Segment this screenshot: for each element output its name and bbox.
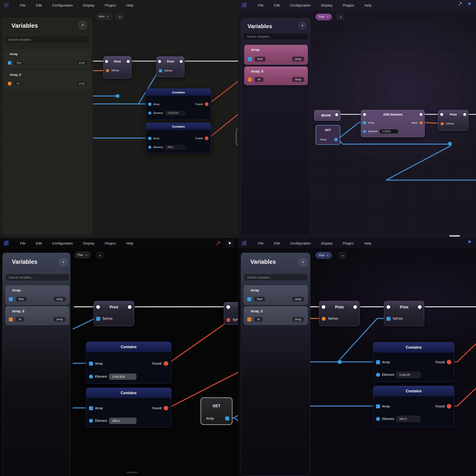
element-value-field[interactable]: 390.0 (396, 416, 421, 422)
menu-item-edit[interactable]: Edit (274, 3, 280, 7)
tab-num[interactable]: Num × (96, 13, 112, 20)
play-button[interactable] (467, 239, 472, 244)
menu-item-help[interactable]: Help (126, 241, 133, 245)
menu-item-file[interactable]: File (20, 3, 26, 7)
element-value-field[interactable]: 339.0 (109, 418, 136, 424)
wire-junction-square[interactable] (448, 142, 452, 145)
element-pin[interactable] (376, 373, 380, 377)
menu-item-edit[interactable]: Edit (36, 3, 42, 7)
menu-item-display[interactable]: Display (83, 3, 94, 7)
variable-card-array[interactable]: Array finst array (244, 45, 308, 65)
variable-card-array-0[interactable]: Array_0 int array (4, 70, 91, 88)
menu-item-help[interactable]: Help (364, 241, 371, 245)
menu-item-help[interactable]: Help (364, 3, 372, 7)
element-pin[interactable] (89, 375, 93, 379)
array-pin[interactable] (376, 404, 380, 408)
add-tab-button[interactable]: + (337, 14, 344, 20)
element-pin[interactable] (89, 419, 93, 423)
add-variable-button[interactable]: + (59, 258, 68, 266)
element-value-field[interactable]: 259.0 (165, 145, 186, 150)
element-value-field[interactable]: 3.44129 (396, 372, 421, 378)
node-print-partial[interactable]: ToPrint (224, 302, 238, 325)
menu-item-file[interactable]: File (258, 3, 264, 7)
menu-item-file[interactable]: File (258, 241, 264, 245)
array-pin[interactable] (148, 103, 151, 106)
exec-out-pin[interactable] (180, 60, 183, 63)
node-contains-2[interactable]: Contains Array Found Element 259.0 (146, 123, 211, 153)
search-variables-input[interactable] (244, 274, 308, 281)
close-icon[interactable]: × (107, 15, 109, 18)
array-pin[interactable] (89, 362, 93, 366)
found-pin[interactable] (447, 404, 451, 408)
add-tab-button[interactable]: + (116, 13, 124, 20)
array-pin[interactable] (363, 121, 366, 124)
variable-card-array-il[interactable]: Array_il ini array (244, 306, 308, 325)
tab-plan[interactable]: Plan × (316, 252, 332, 259)
node-print[interactable]: Print ToPrint (94, 301, 134, 326)
hammer-icon[interactable] (458, 1, 463, 6)
array-out-pin[interactable] (225, 416, 229, 421)
found-pin[interactable] (205, 102, 208, 106)
search-variables-input[interactable] (5, 36, 89, 43)
variable-card-array-0[interactable]: Array_0 int array (244, 67, 308, 85)
node-print-2[interactable]: Print ToPrint (156, 56, 184, 77)
menu-item-plugics[interactable]: Plugics (105, 241, 116, 245)
variable-card-array[interactable]: Array flest array (4, 50, 91, 68)
add-variable-button[interactable]: + (298, 22, 306, 30)
toprint-pin[interactable] (159, 69, 162, 72)
variable-card-array[interactable]: Array fleat array (5, 285, 69, 305)
add-variable-button[interactable]: + (78, 21, 87, 30)
menu-item-display[interactable]: Display (321, 3, 332, 7)
element-pin[interactable] (376, 417, 380, 421)
element-pin[interactable] (148, 146, 151, 149)
element-value-field[interactable]: 2.5237223 (165, 111, 186, 115)
tab-plan[interactable]: Plan × (316, 14, 332, 20)
wire-junction-square[interactable] (338, 360, 341, 364)
node-get[interactable]: GET Array (201, 397, 232, 425)
search-variables-input[interactable] (244, 33, 308, 40)
exec-out-pin[interactable] (353, 305, 357, 309)
menu-item-configuration[interactable]: Configuration (52, 241, 73, 245)
exec-out-pin[interactable] (128, 305, 132, 309)
node-begin[interactable]: BEGIN (314, 110, 340, 121)
node-contains-1[interactable]: Contains Array Found Element 3.44129 (373, 342, 454, 382)
node-contains-1[interactable]: Contains Array Found Element 2.5237223 (146, 88, 211, 120)
toprint-pin[interactable] (441, 122, 444, 125)
menu-item-configuration[interactable]: Configuration (290, 241, 311, 245)
horizontal-scrollbar[interactable] (127, 472, 137, 473)
array-pin[interactable] (148, 137, 151, 140)
add-variable-button[interactable]: + (299, 258, 307, 266)
menu-item-plugiox[interactable]: Plugiox (343, 3, 354, 7)
found-pin[interactable] (164, 361, 168, 366)
node-print-2[interactable]: Print ToPrint (384, 301, 424, 326)
add-tab-button[interactable]: + (339, 252, 346, 259)
menu-item-help[interactable]: Help (126, 3, 133, 7)
node-print[interactable]: Print ToPrint (438, 110, 468, 131)
close-icon[interactable]: × (327, 15, 329, 19)
found-pin[interactable] (164, 406, 168, 410)
menu-item-display[interactable]: Display (83, 241, 94, 245)
node-add-element[interactable]: ADD Element Array Value Element 3.23023 (361, 110, 425, 137)
hammer-icon[interactable] (216, 240, 221, 246)
menu-item-configuration[interactable]: Configuration (290, 3, 311, 7)
exec-out-pin[interactable] (127, 60, 130, 63)
toprint-pin[interactable] (387, 317, 391, 321)
exec-out-pin[interactable] (420, 113, 423, 116)
menu-item-edit[interactable]: Edit (274, 241, 280, 245)
partial-offscreen-node[interactable] (236, 129, 238, 145)
exec-out-pin[interactable] (335, 113, 338, 116)
node-contains-1[interactable]: Contains Array Found Element 3.441429 (86, 342, 171, 384)
node-contains-2[interactable]: Contains Array Found Element 390.0 (373, 386, 454, 427)
menu-item-plugics[interactable]: Plugics (105, 3, 116, 7)
menu-item-file[interactable]: File (20, 241, 26, 245)
found-pin[interactable] (447, 360, 451, 364)
element-pin[interactable] (148, 112, 151, 115)
menu-item-configuration[interactable]: Configuration (52, 3, 73, 7)
menu-item-edit[interactable]: Edit (36, 241, 42, 245)
node-contains-2[interactable]: Contains Array Found Element 339.0 (86, 388, 171, 427)
add-tab-button[interactable]: + (96, 252, 104, 258)
menu-item-plugics[interactable]: Plugics (343, 241, 354, 245)
play-button[interactable] (467, 1, 472, 6)
variable-card-array[interactable]: Array flast array (244, 285, 308, 305)
exec-in-pin[interactable] (226, 305, 230, 309)
